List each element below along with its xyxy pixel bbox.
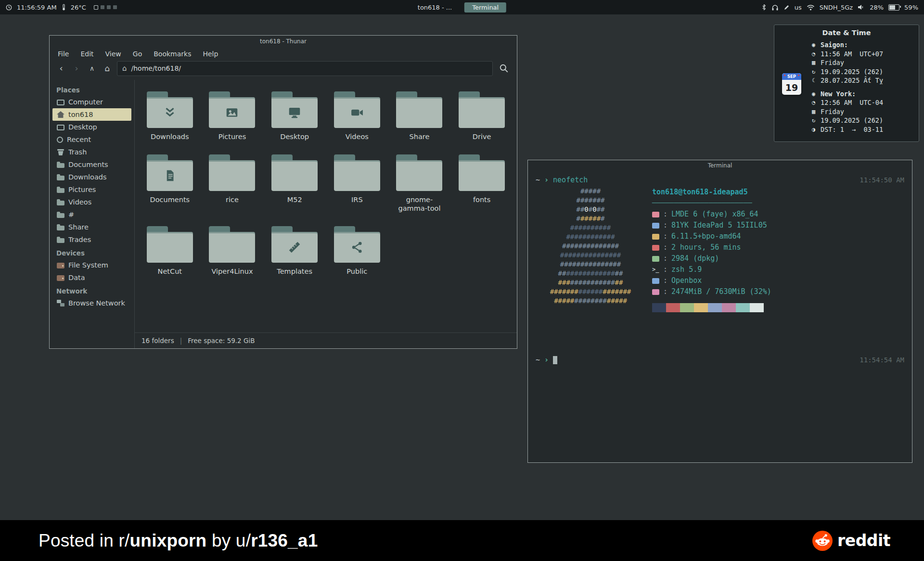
headphones-icon[interactable] [771,4,779,11]
file-gnome-gamma-tool[interactable]: gnome-gamma-tool [388,154,451,213]
file-documents[interactable]: Documents [139,154,201,213]
workspace-4[interactable] [113,5,117,9]
sidebar-item-documents[interactable]: Documents [52,158,131,171]
prompt-line-2[interactable]: ~ › 11:54:54 AM [536,355,904,366]
nf-row-kernel: :6.11.5+bpo-amd64 [652,231,771,242]
sidebar-item-label: ton618 [68,111,93,118]
menubar: FileEditViewGoBookmarksHelp [50,47,517,61]
file-label: Drive [473,132,491,141]
ruler-emblem-icon [287,240,302,255]
ascii-line: ############## [536,242,645,251]
file-label: Pictures [218,132,246,141]
sidebar-item-pictures[interactable]: Pictures [52,183,131,196]
forward-button[interactable]: › [71,62,82,75]
search-button[interactable] [497,64,511,73]
file-m52[interactable]: M52 [263,154,326,213]
file-rice[interactable]: rice [201,154,264,213]
footer-username[interactable]: r136_a1 [251,531,318,550]
menu-view[interactable]: View [101,49,126,59]
terminal-titlebar[interactable]: Terminal [528,160,912,171]
compose-icon[interactable] [783,4,790,11]
taskbar-terminal-button[interactable]: Terminal [464,2,506,13]
shell-icon: >_ [652,264,659,275]
file-public[interactable]: Public [326,226,388,276]
display-emblem-icon [287,105,302,120]
sidebar-section-places: Places [52,83,131,96]
nf-value: Openbox [671,275,702,286]
dt-row-clock: ◔11:56 AM UTC+07 [810,50,916,59]
workspace-pager[interactable] [94,5,117,10]
dt-section-name: New York: [821,89,856,99]
home-icon [57,111,64,118]
sidebar-item-computer[interactable]: Computer [52,96,131,108]
folder-icon [271,154,318,191]
menu-edit[interactable]: Edit [76,49,98,59]
volume-level[interactable]: 28% [870,4,884,11]
thunar-titlebar[interactable]: ton618 - Thunar [50,36,517,47]
dt-row-dst: ◑DST: 1 → 03-11 [810,125,916,134]
bluetooth-icon[interactable] [761,4,767,11]
sidebar-item-desktop[interactable]: Desktop [52,121,131,133]
prompt-path: ~ [536,175,540,186]
sidebar-item-recent[interactable]: Recent [52,133,131,146]
path-text[interactable]: /home/ton618/ [131,64,181,72]
battery-level[interactable]: 59% [904,4,918,11]
nf-colon: : [663,231,667,242]
file-irs[interactable]: IRS [326,154,388,213]
terminal-window[interactable]: Terminal ~ › neofetch 11:54:50 AM ######… [527,160,912,463]
menu-help[interactable]: Help [198,49,222,59]
ascii-line: ##### [536,187,645,196]
sidebar-item-browse-network[interactable]: Browse Network [52,297,131,309]
up-button[interactable]: ∧ [86,62,98,75]
menu-go[interactable]: Go [128,49,146,59]
wifi-ssid[interactable]: SNDH_5Gz [820,4,853,11]
file-pictures[interactable]: Pictures [201,91,264,141]
path-bar[interactable]: ⌂ /home/ton618/ [117,61,493,76]
menu-bookmarks[interactable]: Bookmarks [149,49,195,59]
sidebar-item-file-system[interactable]: File System [52,259,131,271]
file-netcut[interactable]: NetCut [139,226,201,276]
sidebar-item-downloads[interactable]: Downloads [52,171,131,183]
volume-icon[interactable] [858,4,865,10]
recent-icon [57,137,63,143]
file-templates[interactable]: Templates [263,226,326,276]
sidebar-item-share[interactable]: Share [52,221,131,233]
battery-icon[interactable] [888,4,899,11]
file-share[interactable]: Share [388,91,451,141]
keyboard-layout[interactable]: us [795,4,802,11]
folder-body [334,160,380,191]
sidebar-item-hash[interactable]: # [52,208,131,221]
file-drive[interactable]: Drive [450,91,513,141]
palette-color-4 [708,303,722,312]
folder-icon [57,226,64,230]
moon-icon: ☾ [810,76,817,85]
thunar-window: ton618 - Thunar FileEditViewGoBookmarksH… [49,35,517,349]
file-desktop[interactable]: Desktop [263,91,326,141]
file-fonts[interactable]: fonts [450,154,513,213]
prompt-symbol: › [544,355,549,366]
sidebar-item-trash[interactable]: Trash [52,146,131,158]
camera-emblem-icon [350,105,364,120]
back-button[interactable]: ‹ [55,62,67,75]
sidebar-item-label: Desktop [68,123,97,131]
memory-icon [652,289,659,295]
file-videos[interactable]: Videos [326,91,388,141]
sidebar-item-data[interactable]: Data [52,271,131,284]
reddit-brand: reddit [812,531,890,551]
home-button[interactable]: ⌂ [102,62,113,75]
menu-file[interactable]: File [53,49,73,59]
sidebar-item-trades[interactable]: Trades [52,233,131,246]
terminal-body[interactable]: ~ › neofetch 11:54:50 AM ##############0… [528,171,912,366]
file-label: Videos [346,132,369,141]
footer-subreddit[interactable]: unixporn [130,531,207,550]
sidebar-item-videos[interactable]: Videos [52,196,131,208]
wifi-icon[interactable] [807,4,815,11]
sidebar-section-devices: Devices [52,246,131,259]
workspace-1[interactable] [94,5,98,10]
file-viper4linux[interactable]: Viper4Linux [201,226,264,276]
workspace-3[interactable] [107,5,111,9]
workspace-2[interactable] [101,5,104,9]
file-downloads[interactable]: Downloads [139,91,201,141]
sidebar-item-label: Trades [68,236,91,243]
sidebar-item-ton618[interactable]: ton618 [52,108,131,121]
